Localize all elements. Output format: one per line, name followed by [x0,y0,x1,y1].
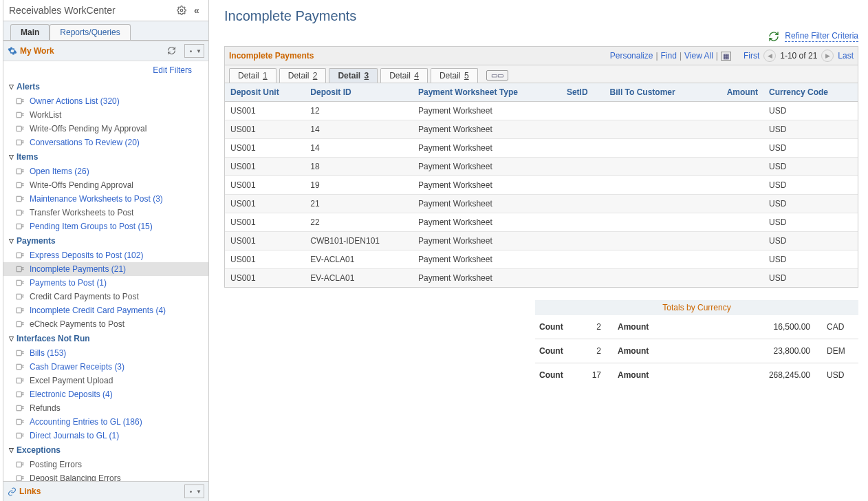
table-row[interactable]: US00118Payment WorksheetUSD [225,158,858,176]
nav-item-link[interactable]: Incomplete Credit Card Payments (4) [30,305,166,316]
amount-value: 16,500.00 [673,322,810,332]
group-header[interactable]: ▽Exceptions [3,443,208,458]
refine-filter-link[interactable]: Refine Filter Criteria [785,31,858,42]
nav-item[interactable]: Write-Offs Pending My Approval [3,122,208,136]
table-row[interactable]: US001EV-ACLA01Payment WorksheetUSD [225,250,858,269]
document-icon [16,251,25,259]
nav-item[interactable]: Credit Card Payments to Post [3,290,208,303]
nav-item-link[interactable]: Pending Item Groups to Post (15) [30,221,153,232]
nav-item[interactable]: Pending Item Groups to Post (15) [3,220,208,233]
document-icon [16,390,25,398]
table-row[interactable]: US00122Payment WorksheetUSD [225,213,858,232]
table-row[interactable]: US001CWB101-IDEN101Payment WorksheetUSD [225,232,858,250]
nav-item[interactable]: WorkList [3,108,208,122]
nav-item[interactable]: Incomplete Payments (21) [3,262,208,276]
nav-item[interactable]: Incomplete Credit Card Payments (4) [3,303,208,317]
cell: USD [763,139,858,158]
nav-item[interactable]: Payments to Post (1) [3,276,208,290]
svg-rect-18 [17,364,22,370]
nav-item[interactable]: Cash Drawer Receipts (3) [3,360,208,374]
detail-tab[interactable]: Detail 2 [279,68,327,83]
cell [707,102,763,120]
document-icon [16,363,25,371]
nav-item[interactable]: Transfer Worksheets to Post [3,206,208,220]
nav-first[interactable]: First [744,51,759,61]
detail-tab[interactable]: Detail 3 [329,68,378,83]
nav-item[interactable]: Deposit Balancing Errors [3,471,208,481]
nav-item[interactable]: Accounting Entries to GL (186) [3,415,208,429]
group-header[interactable]: ▽Alerts [3,79,208,94]
tab-reports[interactable]: Reports/Queries [50,24,130,40]
nav-item-link[interactable]: Bills (153) [30,348,66,359]
group-label: Exceptions [17,445,61,455]
download-icon[interactable]: ▦ [721,52,731,61]
tab-main[interactable]: Main [10,24,50,40]
nav-item-link[interactable]: Conversations To Review (20) [30,137,140,148]
detail-tab[interactable]: Detail 1 [229,68,276,83]
nav-item[interactable]: Electronic Deposits (4) [3,387,208,401]
tab-number: 5 [464,71,469,81]
nav-item[interactable]: Bills (153) [3,346,208,360]
mywork-gear-icon[interactable] [8,46,17,56]
nav-item[interactable]: Excel Payment Upload [3,374,208,387]
collapse-icon[interactable]: « [191,4,203,17]
find-link[interactable]: Find [661,51,677,61]
svg-rect-5 [17,140,22,145]
nav-item[interactable]: Owner Actions List (320) [3,94,208,108]
mywork-settings-dropdown[interactable]: ▼ [184,44,204,58]
table-row[interactable]: US00114Payment WorksheetUSD [225,120,858,139]
count-value: 2 [581,346,601,356]
column-header[interactable]: SetID [561,83,605,102]
nav-item-link[interactable]: Electronic Deposits (4) [30,389,113,400]
nav-item[interactable]: Write-Offs Pending Approval [3,178,208,192]
group-header[interactable]: ▽Interfaces Not Run [3,331,208,346]
nav-item-link[interactable]: Direct Journals to GL (1) [30,430,119,441]
refresh-main-icon[interactable] [768,31,779,42]
nav-item-link[interactable]: Open Items (26) [30,166,89,177]
nav-item[interactable]: Direct Journals to GL (1) [3,429,208,443]
cell: USD [763,232,858,250]
column-header[interactable]: Bill To Customer [605,83,707,102]
column-header[interactable]: Deposit Unit [225,83,305,102]
nav-item-link[interactable]: Owner Actions List (320) [30,96,120,107]
table-row[interactable]: US00114Payment WorksheetUSD [225,139,858,158]
nav-item[interactable]: Conversations To Review (20) [3,136,208,149]
nav-item-link[interactable]: Maintenance Worksheets to Post (3) [30,193,163,204]
nav-item-link[interactable]: Payments to Post (1) [30,277,107,288]
nav-next-icon[interactable]: ▶ [821,50,834,62]
cell [561,195,605,213]
nav-item-label: Refunds [30,403,61,414]
nav-item-link[interactable]: Accounting Entries to GL (186) [30,416,142,427]
table-row[interactable]: US001EV-ACLA01Payment WorksheetUSD [225,269,858,288]
column-header[interactable]: Payment Worksheet Type [413,83,561,102]
show-all-tabs-icon[interactable]: ▭▭ [486,70,508,81]
nav-item-link[interactable]: Incomplete Payments (21) [30,264,126,275]
detail-tab[interactable]: Detail 4 [380,68,428,83]
settings-icon[interactable] [175,4,188,17]
personalize-link[interactable]: Personalize [610,51,653,61]
nav-item[interactable]: eCheck Payments to Post [3,317,208,331]
table-row[interactable]: US00121Payment WorksheetUSD [225,195,858,213]
detail-tab[interactable]: Detail 5 [431,68,478,83]
view-all-link[interactable]: View All [684,51,713,61]
nav-item[interactable]: Refunds [3,401,208,415]
nav-item[interactable]: Open Items (26) [3,164,208,178]
edit-filters-link[interactable]: Edit Filters [153,65,192,75]
nav-last[interactable]: Last [838,51,854,61]
column-header[interactable]: Deposit ID [305,83,413,102]
nav-item-link[interactable]: Express Deposits to Post (102) [30,250,143,261]
table-row[interactable]: US00112Payment WorksheetUSD [225,102,858,120]
refresh-icon[interactable] [165,44,177,56]
nav-item[interactable]: Posting Errors [3,458,208,471]
group-header[interactable]: ▽Payments [3,233,208,248]
links-settings-dropdown[interactable]: ▼ [184,484,204,498]
nav-item-link[interactable]: Cash Drawer Receipts (3) [30,361,124,372]
table-row[interactable]: US00119Payment WorksheetUSD [225,176,858,195]
nav-item[interactable]: Express Deposits to Post (102) [3,248,208,262]
nav-item[interactable]: Maintenance Worksheets to Post (3) [3,192,208,206]
group-header[interactable]: ▽Items [3,149,208,164]
cell [605,195,707,213]
column-header[interactable]: Amount [707,83,763,102]
nav-prev-icon[interactable]: ◀ [763,50,776,62]
column-header[interactable]: Currency Code [763,83,858,102]
